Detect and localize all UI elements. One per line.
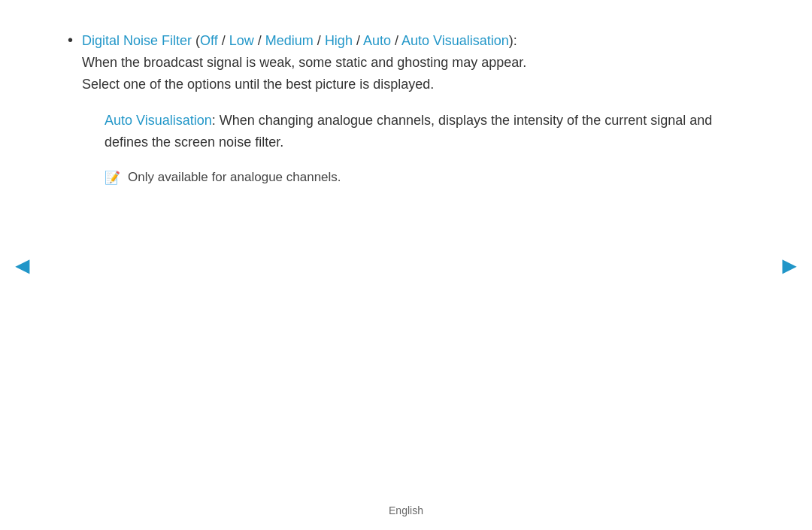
slash1: / [218,33,229,48]
desc-line2: Select one of the options until the best… [82,77,434,92]
note-icon: 📝 [105,168,120,188]
digital-noise-filter-link[interactable]: Digital Noise Filter [82,33,192,48]
option-off-link[interactable]: Off [200,33,218,48]
option-low-link[interactable]: Low [229,33,254,48]
paren-close: ): [509,33,517,48]
desc-line1: When the broadcast signal is weak, some … [82,55,526,70]
option-medium-link[interactable]: Medium [265,33,314,48]
note-item: 📝 Only available for analogue channels. [105,167,744,188]
bullet-text: Digital Noise Filter (Off / Low / Medium… [82,30,744,188]
slash5: / [391,33,401,48]
bullet-item: • Digital Noise Filter (Off / Low / Medi… [68,30,744,188]
option-auto-link[interactable]: Auto [363,33,391,48]
note-text: Only available for analogue channels. [128,167,341,187]
option-auto-vis-link[interactable]: Auto Visualisation [401,33,509,48]
footer-language: English [0,504,812,516]
option-high-link[interactable]: High [325,33,353,48]
slash2: / [254,33,265,48]
slash4: / [353,33,363,48]
main-content: • Digital Noise Filter (Off / Low / Medi… [0,0,812,530]
content-area: • Digital Noise Filter (Off / Low / Medi… [68,23,744,200]
sub-paragraph: Auto Visualisation: When changing analog… [105,110,744,153]
auto-visualisation-sub-link[interactable]: Auto Visualisation [105,113,212,128]
bullet-dot: • [68,32,73,49]
slash3: / [314,33,325,48]
